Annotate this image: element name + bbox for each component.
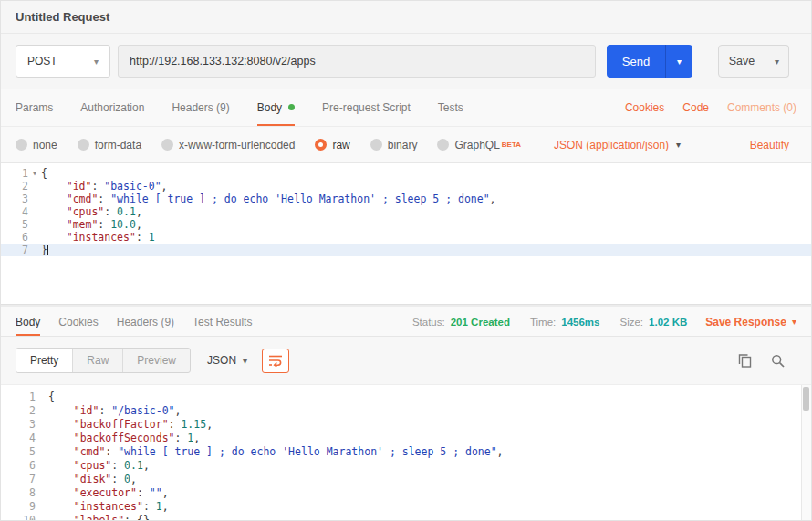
response-scrollbar-thumb[interactable] [803,387,809,411]
view-raw[interactable]: Raw [72,349,122,372]
comments-link[interactable]: Comments (0) [727,101,796,114]
code-line: 7 "disk": 0, [1,473,811,486]
view-preview[interactable]: Preview [122,349,190,372]
line-number: 8 [1,486,36,500]
code-text: { [41,167,811,180]
tab-pre-request-script[interactable]: Pre-request Script [322,89,411,126]
response-tab-cookies[interactable]: Cookies [58,307,98,336]
content-type-select[interactable]: JSON (application/json) ▾ [554,139,681,151]
fold-arrow-icon[interactable]: ▾ [28,167,41,180]
text-cursor [47,245,48,255]
code-link[interactable]: Code [682,101,709,114]
fold-spacer [36,445,48,459]
code-text: "disk": 0, [48,473,811,486]
line-number: 2 [1,180,28,193]
size-label: Size: [619,317,643,328]
response-view-switch: Pretty Raw Preview [16,348,191,373]
code-text: "mem": 10.0, [41,218,811,231]
radio-icon [16,139,27,151]
graphql-beta-badge: BETA [502,141,521,149]
request-tabs: Params Authorization Headers (9) Body Pr… [1,89,811,127]
wrap-text-button[interactable] [262,349,289,373]
line-number: 9 [1,500,36,514]
cookies-link[interactable]: Cookies [625,101,664,114]
chevron-down-icon: ▾ [676,140,681,150]
response-language-select[interactable]: JSON ▾ [207,354,247,367]
fold-spacer [28,180,41,193]
code-text: "cpus": 0.1, [48,459,811,473]
tab-params[interactable]: Params [16,89,53,126]
code-text: "cmd": "while [ true ] ; do echo 'Hello … [48,445,811,459]
body-type-urlencoded[interactable]: x-www-form-urlencoded [161,139,295,151]
code-line: 1{ [1,391,811,404]
body-type-binary[interactable]: binary [370,139,418,151]
code-line: 2 "id": "/basic-0", [1,404,811,418]
fold-spacer [36,459,48,473]
code-line: 6 "instances": 1 [1,231,811,244]
line-number: 7 [1,473,36,486]
radio-icon [161,139,173,151]
code-line: 9 "instances": 1, [1,500,811,514]
body-type-graphql[interactable]: GraphQL BETA [437,139,521,151]
code-line: 5 "cmd": "while [ true ] ; do echo 'Hell… [1,445,811,459]
radio-icon [78,139,89,151]
save-button[interactable]: Save [718,45,765,78]
save-button-group: Save ▾ [718,45,789,78]
tab-headers[interactable]: Headers (9) [172,89,229,126]
send-button-group: Send ▾ [607,45,692,78]
chevron-down-icon: ▾ [243,356,247,366]
tab-body-label: Body [257,101,282,114]
body-type-form-data-label: form-data [95,139,141,151]
save-options-caret[interactable]: ▾ [765,45,789,78]
body-modified-dot [288,104,295,110]
body-type-form-data[interactable]: form-data [78,139,141,151]
code-line: 4 "backoffSeconds": 1, [1,432,811,445]
line-number: 5 [1,218,28,231]
code-line: 8 "executor": "", [1,486,811,500]
tab-tests[interactable]: Tests [438,89,463,126]
tab-body[interactable]: Body [257,89,295,126]
code-text: "instances": 1, [48,500,811,514]
url-input[interactable] [118,45,596,78]
request-url-bar: POST ▾ Send ▾ Save ▾ [1,34,811,89]
code-text: "backoffSeconds": 1, [48,432,811,445]
line-number: 2 [1,404,36,418]
code-text: "id": "/basic-0", [48,404,811,418]
body-type-none[interactable]: none [16,139,57,151]
code-text: { [48,391,811,404]
tab-authorization[interactable]: Authorization [80,89,144,126]
beautify-button[interactable]: Beautify [750,139,789,151]
search-response-button[interactable] [769,352,786,369]
code-line: 6 "cpus": 0.1, [1,459,811,473]
body-type-raw[interactable]: raw [315,139,349,151]
response-tab-test-results[interactable]: Test Results [193,307,252,336]
search-icon [771,354,785,368]
code-line: 3 "backoffFactor": 1.15, [1,418,811,432]
send-button[interactable]: Send [607,45,665,78]
fold-spacer [28,244,41,256]
line-number: 6 [1,459,36,473]
save-response-button[interactable]: Save Response ▾ [705,316,796,328]
request-titlebar: Untitled Request [1,1,811,34]
response-scrollbar[interactable] [801,385,811,521]
view-pretty[interactable]: Pretty [16,349,72,372]
line-number: 4 [1,432,36,445]
fold-spacer [28,193,41,205]
code-line: 1▾{ [1,167,811,180]
code-text: "id": "basic-0", [41,180,811,193]
line-number: 3 [1,193,28,205]
status-badge: 201 Created [451,317,510,328]
response-tab-headers[interactable]: Headers (9) [117,307,174,336]
copy-response-button[interactable] [736,352,753,369]
send-options-caret[interactable]: ▾ [665,45,692,78]
line-number: 1 [1,391,36,404]
response-tab-body[interactable]: Body [16,307,40,336]
method-select[interactable]: POST ▾ [16,45,110,78]
code-line: 4 "cpus": 0.1, [1,205,811,218]
code-line: 3 "cmd": "while [ true ] ; do echo 'Hell… [1,193,811,205]
response-status-group: Status: 201 Created Time: 1456ms Size: 1… [412,307,796,336]
request-body-editor[interactable]: 1▾{2 "id": "basic-0",3 "cmd": "while [ t… [1,163,811,304]
line-number: 5 [1,445,36,459]
code-text: } [41,244,811,256]
response-body-editor[interactable]: 1{2 "id": "/basic-0",3 "backoffFactor": … [1,384,811,521]
